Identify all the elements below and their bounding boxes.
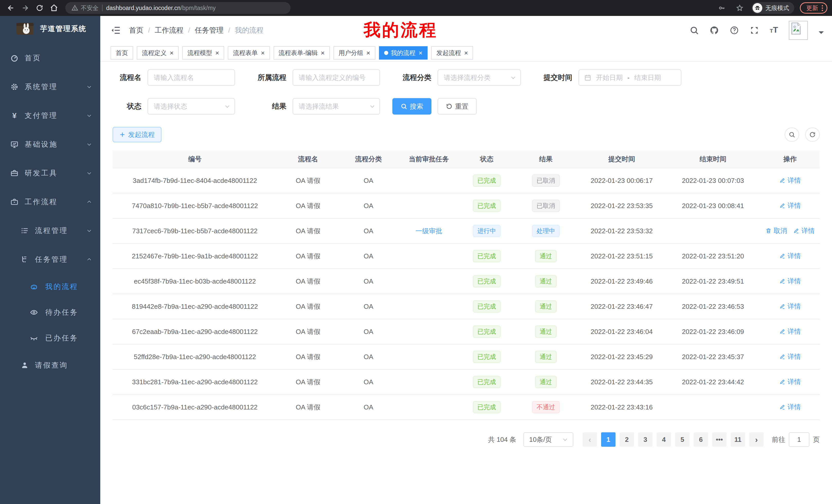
page-button[interactable]: 5 (675, 432, 690, 447)
search-button[interactable]: 搜索 (392, 98, 432, 115)
current-task-link[interactable]: 一级审批 (415, 227, 442, 235)
browser-reload-icon[interactable] (33, 2, 46, 14)
process-name-label: 流程名 (113, 73, 141, 82)
tab-close-icon[interactable] (170, 50, 174, 56)
cell-actions: 取消 详情 (760, 218, 820, 244)
tab[interactable]: 流程模型 (182, 46, 224, 60)
browser-forward-icon[interactable] (19, 2, 31, 14)
breadcrumb-home[interactable]: 首页 (129, 25, 144, 35)
app-logo-row[interactable]: 芋道管理系统 (0, 16, 100, 41)
page-size-select[interactable]: 10条/页 (523, 432, 573, 447)
font-size-icon[interactable]: TT (770, 25, 778, 35)
status-badge: 进行中 (473, 225, 501, 237)
cell-current-task (398, 168, 460, 193)
github-icon[interactable] (710, 26, 719, 35)
address-bar[interactable]: 不安全 dashboard.yudao.iocoder.cn/bpm/task/… (65, 2, 290, 14)
reset-button[interactable]: 重置 (438, 98, 477, 115)
status-select[interactable] (148, 98, 235, 115)
detail-action[interactable]: 详情 (793, 226, 815, 235)
page-button[interactable]: 6 (694, 432, 708, 447)
cancel-action[interactable]: 取消 (765, 226, 787, 235)
detail-action[interactable]: 详情 (779, 402, 801, 412)
page-button[interactable]: 1 (601, 432, 616, 447)
show-search-button[interactable] (785, 128, 799, 142)
page-button[interactable]: 2 (620, 432, 634, 447)
sidebar-item-todo-tasks[interactable]: 待办任务 (0, 300, 100, 325)
monitor-icon (10, 140, 19, 148)
tab[interactable]: 流程表单-编辑 (274, 46, 330, 60)
status-badge: 已完成 (473, 326, 501, 338)
detail-action[interactable]: 详情 (779, 352, 801, 361)
cell-actions: 取消 详情 (760, 319, 820, 344)
page-button[interactable]: ••• (712, 432, 727, 447)
page-button[interactable]: 11 (731, 432, 745, 447)
submit-time-range-picker[interactable]: 开始日期 - 结束日期 (578, 69, 681, 86)
cell-result: 已取消 (514, 193, 578, 218)
start-process-button[interactable]: 发起流程 (113, 127, 161, 142)
category-select[interactable] (438, 69, 521, 86)
tab[interactable]: 首页 (110, 46, 133, 60)
table-row: 7470a810-7b9b-11ec-b5b7-acde48001122 OA … (113, 193, 820, 218)
help-icon[interactable] (730, 26, 739, 35)
sidebar-collapse-icon[interactable] (110, 25, 121, 35)
sidebar-item-my-processes[interactable]: 我的流程 (0, 274, 100, 300)
result-select[interactable] (293, 98, 380, 115)
next-page-button[interactable] (749, 432, 763, 447)
chevron-up-icon (86, 199, 92, 205)
goto-page-input[interactable] (789, 432, 809, 447)
url-divider (102, 5, 103, 11)
tab-close-icon[interactable] (464, 50, 468, 56)
tab[interactable]: 流程定义 (137, 46, 179, 60)
detail-action[interactable]: 详情 (779, 277, 801, 286)
breadcrumb-task-management[interactable]: 任务管理 (184, 25, 224, 35)
sidebar-item-infrastructure[interactable]: 基础设施 (0, 130, 100, 159)
tab[interactable]: 流程表单 (228, 46, 270, 60)
sidebar-item-payment[interactable]: ¥ 支付管理 (0, 101, 100, 130)
update-button[interactable]: 更新 (800, 2, 827, 13)
cell-process-name: OA 请假 (277, 218, 339, 244)
detail-action[interactable]: 详情 (779, 251, 801, 260)
browser-back-icon[interactable] (5, 2, 17, 14)
tab-close-icon[interactable] (215, 50, 219, 56)
sidebar-item-leave-query[interactable]: 请假查询 (0, 351, 100, 380)
breadcrumb-workflow[interactable]: 工作流程 (144, 25, 184, 35)
cell-process-name: OA 请假 (277, 168, 339, 193)
tab-label: 用户分组 (339, 49, 363, 57)
avatar-caret-icon[interactable] (818, 31, 824, 36)
sidebar-item-home[interactable]: 首页 (0, 44, 100, 73)
sidebar-item-system[interactable]: 系统管理 (0, 73, 100, 101)
edit-pencil-icon (779, 328, 785, 334)
detail-action[interactable]: 详情 (779, 176, 801, 185)
sidebar-item-workflow[interactable]: 工作流程 (0, 188, 100, 216)
search-icon[interactable] (690, 26, 699, 35)
tab[interactable]: 发起流程 (431, 46, 473, 60)
fullscreen-icon[interactable] (750, 26, 759, 35)
prev-page-button[interactable] (582, 432, 597, 447)
tab-close-icon[interactable] (261, 50, 265, 56)
result-badge: 通过 (535, 326, 557, 338)
detail-action[interactable]: 详情 (779, 327, 801, 336)
detail-action[interactable]: 详情 (779, 201, 801, 210)
sidebar-item-process-management[interactable]: 流程管理 (0, 216, 100, 245)
tab-close-icon[interactable] (366, 50, 370, 56)
detail-action[interactable]: 详情 (779, 302, 801, 311)
cell-current-task (398, 344, 460, 369)
avatar[interactable] (789, 21, 808, 40)
browser-home-icon[interactable] (48, 2, 60, 14)
browser-menu-icon[interactable] (822, 5, 823, 11)
tab-close-icon[interactable] (419, 50, 422, 56)
process-name-input[interactable] (148, 69, 235, 86)
sidebar-item-dev-tools[interactable]: 研发工具 (0, 159, 100, 188)
tab[interactable]: 用户分组 (334, 46, 375, 60)
parent-process-input[interactable] (293, 69, 380, 86)
tab-close-icon[interactable] (321, 50, 325, 56)
sidebar-item-done-tasks[interactable]: 已办任务 (0, 325, 100, 351)
page-button[interactable]: 3 (638, 432, 653, 447)
detail-action[interactable]: 详情 (779, 377, 801, 386)
refresh-table-button[interactable] (805, 128, 820, 142)
password-key-icon[interactable] (716, 2, 728, 14)
bookmark-star-icon[interactable] (733, 2, 746, 14)
sidebar-item-task-management[interactable]: 任务管理 (0, 245, 100, 274)
page-button[interactable]: 4 (657, 432, 671, 447)
tab[interactable]: 我的流程 (379, 46, 427, 60)
